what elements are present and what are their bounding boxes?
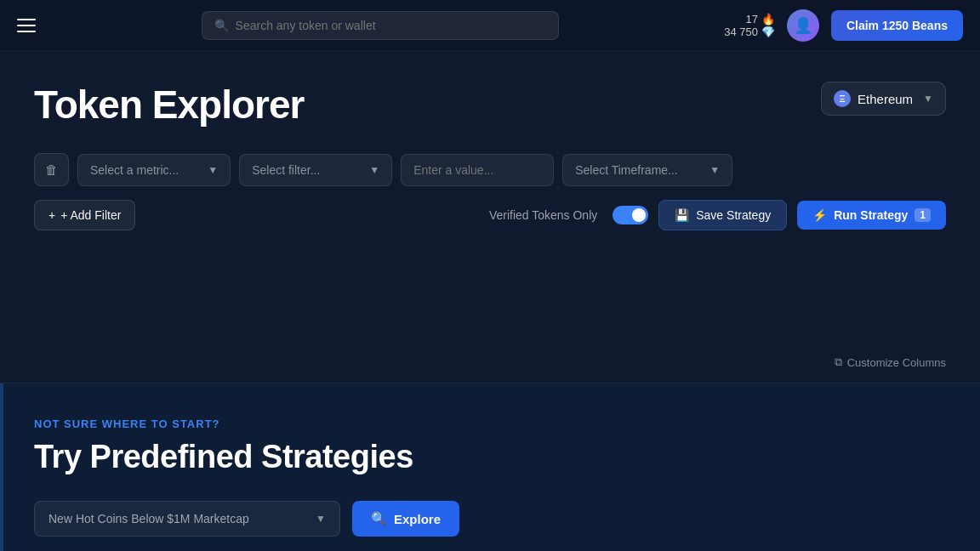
timeframe-placeholder: Select Timeframe... (575, 163, 678, 177)
side-indicator (0, 383, 3, 551)
count-value: 17 (745, 13, 757, 26)
chevron-down-icon: ▼ (369, 164, 379, 176)
strategy-dropdown[interactable]: New Hot Coins Below $1M Marketcap ▼ (34, 501, 340, 537)
verified-label: Verified Tokens Only (489, 208, 597, 222)
stats-count-row: 17 🔥 (745, 13, 774, 26)
predefined-title: Try Predefined Strategies (34, 439, 946, 475)
plus-icon: + (48, 208, 55, 222)
eth-icon: Ξ (834, 90, 851, 107)
chevron-down-icon: ▼ (208, 164, 218, 176)
network-label: Ethereum (858, 92, 913, 106)
network-selector[interactable]: Ξ Ethereum ▼ (821, 82, 946, 116)
toggle-knob (632, 208, 646, 222)
run-strategy-label: Run Strategy (834, 208, 908, 222)
action-row: + + Add Filter Verified Tokens Only 💾 Sa… (34, 200, 946, 230)
run-strategy-button[interactable]: ⚡ Run Strategy 1 (797, 201, 946, 230)
metric-select[interactable]: Select a metric... ▼ (77, 154, 231, 186)
metric-placeholder: Select a metric... (90, 163, 179, 177)
avatar[interactable]: 👤 (787, 9, 819, 42)
run-icon: ⚡ (812, 208, 827, 222)
main-upper-section: Token Explorer Ξ Ethereum ▼ 🗑 Select a m… (0, 51, 980, 383)
claim-beans-button[interactable]: Claim 1250 Beans (831, 10, 963, 41)
explore-label: Explore (394, 512, 441, 526)
filter-select[interactable]: Select filter... ▼ (239, 154, 392, 186)
not-sure-label: NOT SURE WHERE TO START? (34, 418, 946, 430)
header: 🔍 17 🔥 34 750 💎 👤 Claim 1250 Beans (0, 0, 980, 51)
stats-block: 17 🔥 34 750 💎 (724, 13, 775, 38)
customize-columns-label: Customize Columns (847, 356, 946, 369)
external-icon: ⧉ (835, 355, 842, 369)
strategy-placeholder: New Hot Coins Below $1M Marketcap (48, 512, 249, 525)
search-input[interactable] (236, 19, 546, 32)
explore-button[interactable]: 🔍 Explore (352, 501, 459, 537)
save-strategy-label: Save Strategy (696, 208, 771, 222)
verified-toggle[interactable] (612, 206, 648, 224)
chevron-down-icon: ▼ (923, 93, 933, 105)
hamburger-menu-icon[interactable] (17, 19, 36, 32)
stats-amount-row: 34 750 💎 (724, 26, 775, 38)
search-explore-icon: 🔍 (371, 511, 387, 526)
save-strategy-button[interactable]: 💾 Save Strategy (658, 200, 787, 230)
timeframe-select[interactable]: Select Timeframe... ▼ (562, 154, 732, 186)
chevron-down-icon: ▼ (316, 513, 326, 525)
search-bar[interactable]: 🔍 (202, 11, 559, 40)
strategy-row: New Hot Coins Below $1M Marketcap ▼ 🔍 Ex… (34, 501, 946, 537)
crystal-icon: 💎 (761, 26, 775, 38)
add-filter-label: + Add Filter (60, 208, 121, 222)
page-title: Token Explorer (34, 82, 946, 128)
chevron-down-icon: ▼ (709, 164, 720, 176)
header-search-area: 🔍 (202, 11, 559, 40)
header-left (17, 19, 36, 32)
customize-columns-link[interactable]: ⧉ Customize Columns (835, 355, 946, 369)
run-strategy-badge: 1 (914, 208, 931, 222)
amount-value: 34 750 (724, 26, 758, 38)
add-filter-button[interactable]: + + Add Filter (34, 200, 135, 230)
right-actions: Verified Tokens Only 💾 Save Strategy ⚡ R… (489, 200, 946, 230)
flame-icon: 🔥 (761, 13, 775, 26)
search-icon: 🔍 (214, 19, 229, 32)
filter-row: 🗑 Select a metric... ▼ Select filter... … (34, 153, 946, 186)
trash-button[interactable]: 🗑 (34, 153, 69, 186)
filter-placeholder: Select filter... (252, 163, 320, 177)
save-icon: 💾 (675, 208, 689, 222)
main-lower-section: NOT SURE WHERE TO START? Try Predefined … (0, 383, 980, 551)
value-input[interactable] (401, 154, 554, 186)
header-right: 17 🔥 34 750 💎 👤 Claim 1250 Beans (724, 9, 963, 42)
